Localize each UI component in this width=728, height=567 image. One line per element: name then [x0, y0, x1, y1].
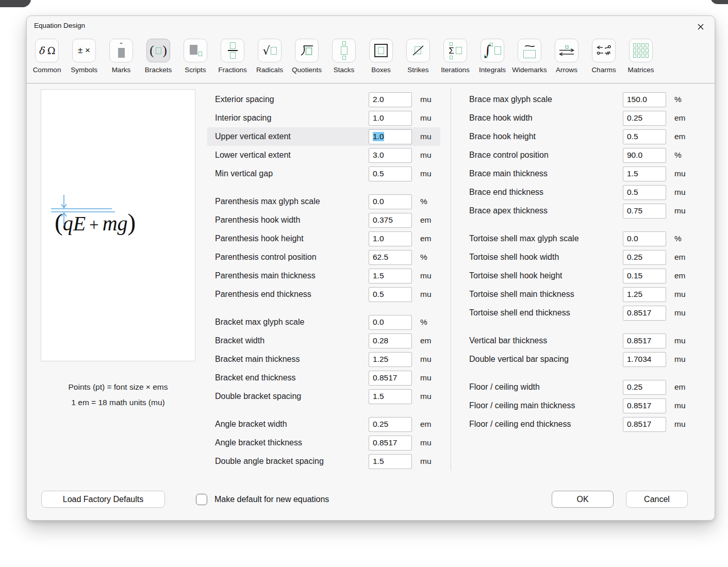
field-row-upper-vertical-extent: Upper vertical extent1.0mu — [207, 127, 440, 146]
parenthesis-max-glyph-scale-input[interactable]: 0.0 — [369, 194, 412, 209]
field-row-parenthesis-main-thickness: Parenthesis main thickness1.5mu — [207, 266, 440, 285]
load-factory-defaults-button[interactable]: Load Factory Defaults — [41, 491, 165, 508]
field-label: Upper vertical extent — [215, 132, 369, 141]
tortoise-shell-end-thickness-input[interactable]: 0.8517 — [623, 306, 666, 321]
toolbar-item-quotients[interactable]: Quotients — [295, 39, 319, 74]
field-label: Lower vertical extent — [215, 151, 369, 160]
lower-vertical-extent-input[interactable]: 3.0 — [369, 148, 412, 163]
brace-apex-thickness-input[interactable]: 0.75 — [623, 204, 666, 219]
toolbar-item-stacks[interactable]: Stacks — [332, 39, 356, 74]
floor-ceiling-main-thickness-input[interactable]: 0.8517 — [623, 398, 666, 413]
field-value: 1.5 — [627, 169, 638, 178]
angle-bracket-width-input[interactable]: 0.25 — [369, 417, 412, 432]
toolbar-item-label: Quotients — [292, 66, 322, 74]
brace-control-position-input[interactable]: 90.0 — [623, 148, 666, 163]
tortoise-shell-main-thickness-input[interactable]: 1.25 — [623, 287, 666, 302]
toolbar-item-common[interactable]: δ ΩCommon — [35, 39, 59, 74]
toolbar-item-arrows[interactable]: Arrows — [555, 39, 578, 74]
field-unit: % — [674, 234, 682, 243]
field-value: 0.5 — [627, 188, 638, 197]
field-value: 0.25 — [373, 420, 388, 429]
toolbar-item-symbols[interactable]: ± ×Symbols — [72, 39, 96, 74]
field-label: Bracket main thickness — [215, 355, 369, 364]
field-label: Brace apex thickness — [469, 206, 623, 215]
integrals-icon: ∫ — [481, 39, 504, 62]
bracket-end-thickness-input[interactable]: 0.8517 — [369, 371, 412, 386]
arrows-icon — [555, 39, 578, 62]
interior-spacing-input[interactable]: 1.0 — [369, 111, 412, 126]
field-label: Bracket width — [215, 336, 369, 345]
toolbar-item-fractions[interactable]: Fractions — [221, 39, 244, 74]
brace-main-thickness-input[interactable]: 1.5 — [623, 166, 666, 181]
field-group: Bracket max glyph scale0.0%Bracket width… — [207, 313, 440, 406]
field-unit: em — [674, 253, 686, 262]
brace-end-thickness-input[interactable]: 0.5 — [623, 185, 666, 200]
parenthesis-control-position-input[interactable]: 62.5 — [369, 250, 412, 265]
make-default-checkbox[interactable] — [196, 494, 207, 505]
parenthesis-main-thickness-input[interactable]: 1.5 — [369, 269, 412, 284]
upper-vertical-extent-input[interactable]: 1.0 — [369, 129, 412, 144]
close-icon[interactable] — [693, 19, 708, 35]
toolbar-item-brackets[interactable]: ()Brackets — [146, 39, 170, 74]
brace-hook-height-input[interactable]: 0.5 — [623, 129, 666, 144]
field-unit: % — [674, 95, 682, 104]
brace-hook-width-input[interactable]: 0.25 — [623, 111, 666, 126]
field-row-parenthesis-hook-height: Parenthesis hook height1.0em — [207, 229, 440, 248]
toolbar-item-label: Marks — [112, 66, 131, 74]
toolbar-item-marks[interactable]: ˆMarks — [109, 39, 133, 74]
field-value: 0.8517 — [373, 373, 397, 382]
field-unit: mu — [420, 373, 432, 382]
make-default-checkbox-label[interactable]: Make default for new equations — [214, 494, 329, 505]
field-label: Brace hook width — [469, 113, 623, 123]
double-bracket-spacing-input[interactable]: 1.5 — [369, 389, 412, 404]
tortoise-shell-hook-width-input[interactable]: 0.25 — [623, 250, 666, 265]
parenthesis-hook-width-input[interactable]: 0.375 — [369, 213, 412, 228]
parenthesis-end-thickness-input[interactable]: 0.5 — [369, 287, 412, 302]
field-label: Brace end thickness — [469, 188, 623, 197]
scripts-icon — [184, 39, 207, 62]
field-unit: % — [420, 318, 427, 327]
field-group: Tortoise shell max glyph scale0.0%Tortoi… — [460, 229, 693, 322]
brace-max-glyph-scale-input[interactable]: 150.0 — [623, 92, 666, 107]
toolbar-item-iterations[interactable]: ΣIterations — [443, 39, 467, 74]
bracket-width-input[interactable]: 0.28 — [369, 333, 412, 348]
floor-ceiling-end-thickness-input[interactable]: 0.8517 — [623, 417, 666, 432]
toolbar-item-strikes[interactable]: Strikes — [406, 39, 430, 74]
field-label: Brace main thickness — [469, 169, 623, 178]
field-unit: mu — [674, 401, 686, 410]
tortoise-shell-hook-height-input[interactable]: 0.15 — [623, 269, 666, 284]
field-row-parenthesis-end-thickness: Parenthesis end thickness0.5mu — [207, 285, 440, 304]
toolbar-item-charms[interactable]: Charms — [592, 39, 616, 74]
field-row-double-bracket-spacing: Double bracket spacing1.5mu — [207, 387, 440, 406]
bracket-main-thickness-input[interactable]: 1.25 — [369, 352, 412, 367]
radicals-icon: √ — [258, 39, 282, 62]
parenthesis-hook-height-input[interactable]: 1.0 — [369, 231, 412, 246]
dialog-title: Equation Design — [34, 22, 85, 29]
field-unit: mu — [420, 113, 432, 123]
toolbar-item-label: Integrals — [479, 66, 506, 74]
category-toolbar: δ ΩCommon± ×SymbolsˆMarks()BracketsScrip… — [35, 39, 653, 74]
bracket-max-glyph-scale-input[interactable]: 0.0 — [369, 315, 412, 330]
ok-button[interactable]: OK — [552, 491, 614, 508]
field-value: 2.0 — [373, 95, 384, 104]
toolbar-item-matrices[interactable]: Matrices — [629, 39, 653, 74]
floor-ceiling-width-input[interactable]: 0.25 — [623, 380, 666, 395]
field-row-min-vertical-gap: Min vertical gap0.5mu — [207, 164, 440, 183]
toolbar-item-integrals[interactable]: ∫Integrals — [481, 39, 504, 74]
min-vertical-gap-input[interactable]: 0.5 — [369, 166, 412, 181]
toolbar-item-widemarks[interactable]: ~Widemarks — [518, 39, 541, 74]
exterior-spacing-input[interactable]: 2.0 — [369, 92, 412, 107]
tortoise-shell-max-glyph-scale-input[interactable]: 0.0 — [623, 231, 666, 246]
cancel-button[interactable]: Cancel — [626, 491, 688, 508]
field-unit: mu — [674, 308, 686, 318]
double-vertical-bar-spacing-input[interactable]: 1.7034 — [623, 352, 666, 367]
field-group: Floor / ceiling width0.25emFloor / ceili… — [460, 378, 693, 433]
double-angle-bracket-spacing-input[interactable]: 1.5 — [369, 454, 412, 469]
toolbar-item-label: Brackets — [145, 66, 172, 74]
field-unit: em — [420, 234, 432, 243]
angle-bracket-thickness-input[interactable]: 0.8517 — [369, 436, 412, 451]
toolbar-item-boxes[interactable]: Boxes — [369, 39, 393, 74]
toolbar-item-scripts[interactable]: Scripts — [184, 39, 207, 74]
vertical-bar-thickness-input[interactable]: 0.8517 — [623, 333, 666, 348]
toolbar-item-radicals[interactable]: √Radicals — [258, 39, 282, 74]
